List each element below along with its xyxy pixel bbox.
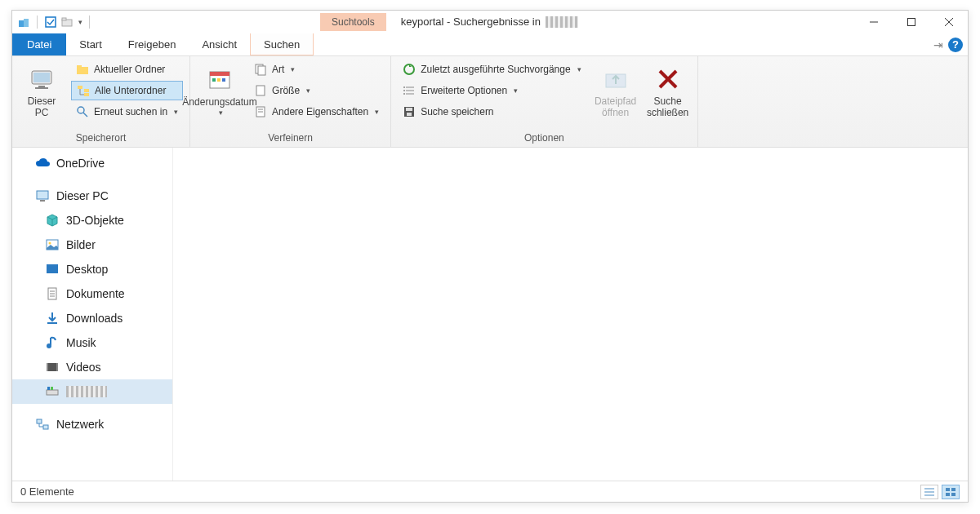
other-props-button[interactable]: Andere Eigenschaften ▾: [249, 102, 384, 122]
details-view-button[interactable]: [920, 485, 938, 499]
svg-rect-11: [38, 86, 45, 87]
nav-this-pc[interactable]: Dieser PC: [12, 184, 172, 208]
close-button[interactable]: [930, 11, 968, 33]
close-search-button[interactable]: Suche schließen: [645, 60, 691, 125]
minimize-ribbon-icon[interactable]: ⇥: [933, 38, 943, 51]
tab-start[interactable]: Start: [66, 33, 114, 55]
picture-icon: [45, 237, 60, 252]
current-folder-button[interactable]: Aktueller Ordner: [71, 60, 183, 79]
svg-rect-39: [406, 108, 412, 111]
this-pc-button[interactable]: Dieser PC: [19, 60, 65, 125]
help-icon[interactable]: ?: [948, 38, 963, 52]
kind-button[interactable]: Art ▾: [249, 60, 384, 79]
music-icon: [45, 335, 60, 350]
save-search-button[interactable]: Suche speichern: [398, 102, 586, 122]
nav-label: Desktop: [66, 263, 108, 276]
minimize-button[interactable]: [855, 11, 893, 33]
separator: [37, 16, 38, 29]
size-label: Größe: [272, 85, 300, 96]
nav-3d-objects[interactable]: 3D-Objekte: [12, 208, 172, 233]
nav-label: OneDrive: [56, 157, 105, 170]
title-redacted: [546, 16, 578, 28]
date-modified-label: Änderungsdatum: [182, 96, 256, 108]
all-subfolders-button[interactable]: Alle Unterordner: [71, 81, 183, 100]
nav-tree[interactable]: OneDrive Dieser PC 3D-Objekte Bilder Des…: [12, 148, 172, 481]
nav-label: 3D-Objekte: [66, 214, 124, 227]
svg-rect-17: [84, 93, 89, 96]
nav-onedrive[interactable]: OneDrive: [12, 151, 172, 175]
folder-tree-icon: [77, 84, 90, 97]
nav-music[interactable]: Musik: [12, 330, 172, 355]
tab-file[interactable]: Datei: [12, 33, 66, 55]
nav-downloads[interactable]: Downloads: [12, 306, 172, 330]
svg-rect-60: [51, 387, 53, 390]
save-icon: [403, 105, 416, 118]
title-text: keyportal - Suchergebnisse in: [401, 16, 541, 28]
dropdown-icon: ▾: [577, 65, 581, 73]
nav-label: Netzwerk: [56, 418, 104, 431]
svg-rect-45: [40, 200, 45, 202]
svg-rect-26: [258, 66, 265, 75]
svg-rect-48: [47, 264, 58, 273]
recent-searches-button[interactable]: Zuletzt ausgeführte Suchvorgänge ▾: [398, 60, 586, 79]
advanced-options-button[interactable]: Erweiterte Optionen ▾: [398, 81, 586, 100]
properties-shortcut-icon[interactable]: [44, 16, 57, 29]
open-file-location-button: Dateipfad öffnen: [593, 60, 639, 125]
folder-up-icon: [603, 66, 629, 92]
nav-network[interactable]: Netzwerk: [12, 412, 172, 436]
desktop-icon: [45, 262, 60, 277]
calendar-icon: [207, 67, 233, 93]
svg-rect-55: [47, 363, 58, 371]
svg-rect-6: [908, 18, 915, 25]
svg-point-36: [403, 90, 405, 91]
nav-selected-item[interactable]: [12, 379, 172, 404]
svg-rect-56: [47, 363, 48, 371]
date-modified-button[interactable]: Änderungsdatum ▾: [197, 60, 243, 125]
svg-rect-14: [77, 65, 82, 68]
quick-access-toolbar: ▾: [12, 16, 93, 29]
svg-rect-16: [84, 89, 89, 92]
tab-view[interactable]: Ansicht: [189, 33, 250, 55]
tab-search[interactable]: Suchen: [250, 33, 314, 55]
content-area[interactable]: [172, 148, 968, 481]
new-folder-shortcut-icon[interactable]: [60, 16, 74, 29]
nav-pictures[interactable]: Bilder: [12, 233, 172, 257]
nav-label: Downloads: [66, 312, 122, 325]
window-controls: [855, 11, 968, 33]
nav-desktop[interactable]: Desktop: [12, 257, 172, 281]
computer-icon: [35, 188, 50, 203]
nav-documents[interactable]: Dokumente: [12, 281, 172, 306]
svg-point-54: [47, 343, 51, 348]
group-refine-label: Verfeinern: [197, 131, 384, 145]
svg-rect-67: [951, 488, 956, 491]
size-button[interactable]: Größe ▾: [249, 81, 384, 100]
body: OneDrive Dieser PC 3D-Objekte Bilder Des…: [12, 148, 968, 481]
svg-rect-61: [37, 419, 42, 423]
current-folder-label: Aktueller Ordner: [94, 64, 165, 75]
ribbon-group-location: Dieser PC Aktueller Ordner Alle Unterord…: [12, 56, 190, 147]
qat-dropdown-icon[interactable]: ▾: [78, 18, 82, 26]
svg-rect-15: [78, 86, 82, 89]
ribbon-group-options: Zuletzt ausgeführte Suchvorgänge ▾ Erwei…: [391, 56, 697, 147]
nav-label-redacted: [66, 386, 107, 397]
thumb-view-button[interactable]: [942, 485, 960, 499]
search-again-in-label: Erneut suchen in: [94, 106, 167, 117]
close-search-label: Suche schließen: [647, 95, 688, 119]
close-x-icon: [655, 66, 681, 92]
svg-rect-1: [24, 19, 29, 27]
search-again-in-button[interactable]: Erneut suchen in ▾: [71, 102, 183, 122]
tab-share[interactable]: Freigeben: [115, 33, 189, 55]
nav-label: Musik: [66, 336, 96, 349]
nav-videos[interactable]: Videos: [12, 355, 172, 379]
computer-icon: [29, 66, 55, 92]
download-icon: [45, 311, 60, 326]
svg-rect-21: [210, 72, 229, 76]
svg-rect-10: [33, 73, 50, 82]
ribbon-group-refine: Änderungsdatum ▾ Art ▾ Größe ▾: [190, 56, 391, 147]
maximize-button[interactable]: [893, 11, 930, 33]
tabs-right: ⇥ ?: [933, 33, 968, 55]
svg-line-19: [83, 113, 87, 117]
all-subfolders-label: Alle Unterordner: [95, 85, 166, 96]
contextual-tab-header: Suchtools: [320, 13, 386, 31]
svg-rect-69: [951, 493, 956, 496]
